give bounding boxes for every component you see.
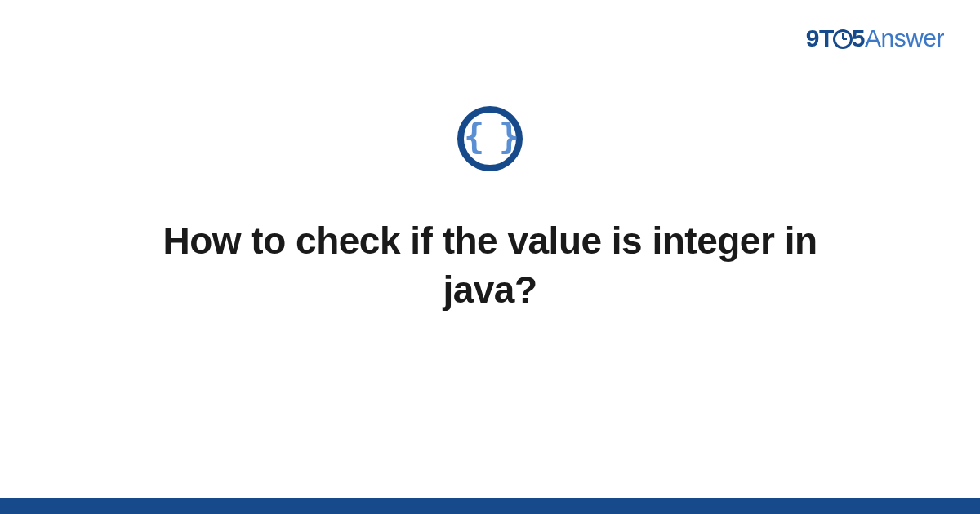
question-title: How to check if the value is integer in … — [122, 217, 858, 315]
code-braces-icon: { } — [457, 106, 523, 171]
braces-glyph: { } — [464, 120, 516, 154]
site-logo[interactable]: 9T5Answer — [806, 24, 944, 52]
logo-nine: 9 — [806, 24, 819, 51]
footer-bar — [0, 498, 980, 514]
logo-five: 5 — [852, 24, 865, 51]
main-content: { } How to check if the value is integer… — [0, 106, 980, 315]
logo-answer: Answer — [865, 24, 944, 51]
clock-icon — [833, 29, 853, 49]
logo-t: T — [819, 24, 834, 51]
